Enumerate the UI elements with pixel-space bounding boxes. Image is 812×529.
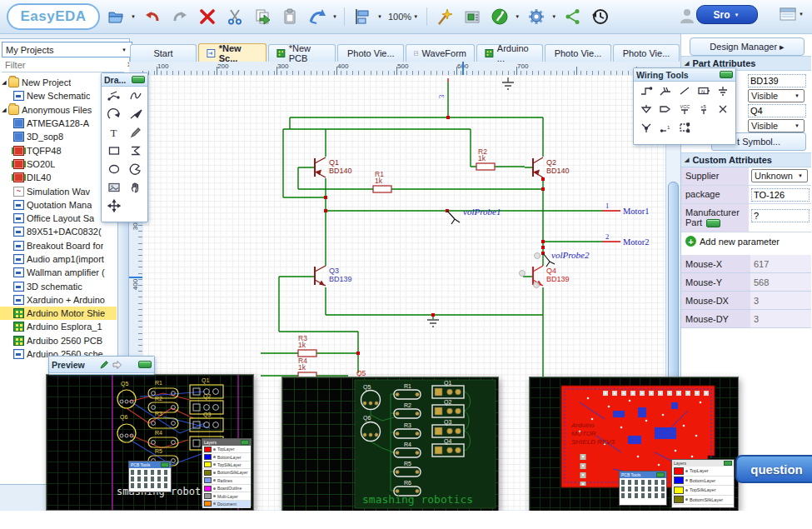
minimize-button[interactable] (138, 361, 152, 368)
voltage-probe-1[interactable] (447, 211, 460, 224)
draw-rect-tool[interactable] (103, 142, 125, 160)
tree-item-new-schematic[interactable]: New Schematic (0, 89, 117, 102)
q2-value-label[interactable]: BD140 (546, 167, 570, 175)
r2-value-label[interactable]: 1k (478, 154, 486, 162)
tree-item-dil40[interactable]: DIL40 (0, 171, 117, 184)
user-menu-button[interactable]: Sro ▼ (696, 5, 758, 24)
tree-item-breakout-board[interactable]: Breakout Board for (0, 239, 117, 252)
filter-input[interactable] (2, 59, 127, 71)
probe1-label[interactable]: volProbe1 (463, 207, 501, 217)
paste-button[interactable] (277, 4, 302, 29)
open-arrow-icon[interactable] (112, 360, 122, 370)
selection-handle[interactable] (534, 282, 540, 288)
netlabel-tool[interactable]: N (695, 82, 714, 100)
pin-number-tool[interactable]: 1 (656, 118, 675, 137)
bus-tool[interactable] (656, 82, 675, 100)
q4-value-label[interactable]: BD139 (546, 275, 570, 283)
manufacturer-expand-icon[interactable] (706, 219, 720, 227)
tab-photo-view-2[interactable]: Photo Vie... (545, 44, 611, 62)
zoom-level-select[interactable]: 100% ▼ (386, 12, 421, 22)
rotate-caret[interactable]: ▼ (332, 14, 339, 19)
draw-pie-tool[interactable] (125, 160, 147, 178)
tab-arduino[interactable]: Arduino ... (476, 44, 543, 62)
group-region-tool[interactable] (675, 118, 695, 137)
draw-text-tool[interactable]: T (103, 123, 125, 142)
motor2-net-label[interactable]: Motor2 (623, 237, 650, 247)
tree-item-office-layout[interactable]: Office Layout Sa (0, 212, 117, 225)
tree-item-89x51[interactable]: 89X51+DAC0832( (0, 225, 117, 238)
tab-photo-view-3[interactable]: Photo Vie... (613, 44, 680, 62)
part-prefix-input[interactable] (748, 104, 806, 117)
tree-item-xarduino[interactable]: Xarduino + Arduino (0, 293, 117, 307)
draw-arc-tool[interactable] (103, 105, 125, 123)
cut-button[interactable] (222, 4, 247, 29)
vcc-flag-tool[interactable]: VCC (675, 100, 695, 118)
settings-caret[interactable]: ▼ (551, 14, 558, 19)
add-new-parameter-button[interactable]: + Add new parameter (685, 236, 780, 247)
drag-hand-tool[interactable] (125, 178, 147, 197)
plus5v-flag-tool[interactable]: +5 (695, 100, 714, 118)
tree-item-wallman-amplifier[interactable]: Wallman amplifier ( (0, 266, 117, 279)
redo-button[interactable] (167, 4, 192, 29)
draw-pencil-tool[interactable] (125, 123, 147, 142)
move-tool[interactable] (103, 197, 125, 215)
part-name-visibility-select[interactable]: Visible▼ (748, 89, 805, 102)
undo-button[interactable] (140, 4, 165, 29)
open-file-button[interactable] (103, 4, 128, 29)
edit-pencil-icon[interactable] (99, 360, 109, 370)
r3-value-label[interactable]: 1k (298, 341, 306, 349)
tree-item-new-project[interactable]: ◢New Project (0, 76, 117, 89)
polyline-tool[interactable] (675, 82, 695, 100)
draw-arrow-tool[interactable] (125, 105, 147, 123)
settings-button[interactable] (524, 4, 549, 29)
ground-flag-tool[interactable] (637, 100, 656, 118)
tree-item-arduibo-2560-pcb[interactable]: Arduibo 2560 PCB (0, 334, 117, 347)
transistor-q2[interactable] (533, 157, 543, 177)
transistor-q4-selected[interactable] (520, 253, 544, 288)
supplier-select[interactable]: Unknown▼ (751, 169, 808, 182)
copy-button[interactable] (250, 4, 275, 29)
wire-tool[interactable] (637, 82, 656, 100)
probe2-label[interactable]: volProbe2 (551, 250, 590, 260)
rotate-button[interactable] (305, 4, 330, 29)
net-junction-tool[interactable] (637, 118, 656, 137)
tree-item-arduino-esplora[interactable]: Arduino Esplora_1 (0, 320, 117, 333)
user-avatar[interactable] (678, 7, 696, 25)
r1-value-label[interactable]: 1k (375, 177, 383, 185)
no-connect-tool[interactable] (714, 100, 733, 118)
align-caret[interactable]: ▼ (377, 14, 384, 19)
q2-ref-label[interactable]: Q2 (546, 158, 556, 167)
draw-ellipse-tool[interactable] (103, 160, 125, 178)
tree-item-anonymous-files[interactable]: ◢Anonymous Files (0, 103, 117, 117)
history-button[interactable] (588, 4, 613, 29)
part-name-input[interactable] (748, 74, 806, 87)
tree-item-3d-schematic[interactable]: 3D schematic (0, 279, 117, 292)
ground-tool[interactable] (714, 82, 733, 100)
resistor-r1[interactable] (373, 186, 391, 192)
package-input[interactable] (751, 188, 810, 202)
part-prefix-visibility-select[interactable]: Visible▼ (748, 119, 805, 132)
tree-item-atmega128[interactable]: ATMEGA128-A (0, 117, 117, 130)
design-manager-button[interactable]: Design Manager ▸ (690, 37, 805, 56)
pcb-module-button[interactable] (460, 4, 485, 29)
tree-item-audio-amp[interactable]: Audio amp1(import (0, 252, 117, 266)
draw-curve-tool[interactable] (125, 87, 147, 105)
tab-photo-view-1[interactable]: Photo Vie... (337, 44, 404, 62)
minimize-button[interactable] (720, 71, 733, 78)
draw-wire-tool[interactable] (103, 87, 125, 105)
tab-start[interactable]: Start (130, 44, 197, 62)
q1-ref-label[interactable]: Q1 (329, 158, 339, 167)
resistor-r3[interactable] (298, 350, 316, 357)
manufacturer-part-input[interactable] (751, 209, 810, 222)
tab-new-schematic[interactable]: *New Sc... (198, 43, 267, 62)
tree-item-simulation-wave[interactable]: ~Simulation Wav (0, 184, 117, 197)
tree-item-quotation[interactable]: Quotation Mana (0, 198, 117, 212)
align-button[interactable] (350, 4, 375, 29)
run-caret[interactable]: ▼ (515, 14, 521, 19)
selection-handle[interactable] (535, 253, 541, 259)
q1-value-label[interactable]: BD140 (329, 167, 352, 175)
panel-list-button[interactable]: ▼ (779, 7, 805, 22)
tab-new-pcb[interactable]: *New PCB (268, 44, 336, 62)
tree-item-arduino-motor-shield[interactable]: Arduino Motor Shie (0, 307, 117, 320)
tree-item-3d-sop8[interactable]: 3D_sop8 (0, 130, 117, 143)
